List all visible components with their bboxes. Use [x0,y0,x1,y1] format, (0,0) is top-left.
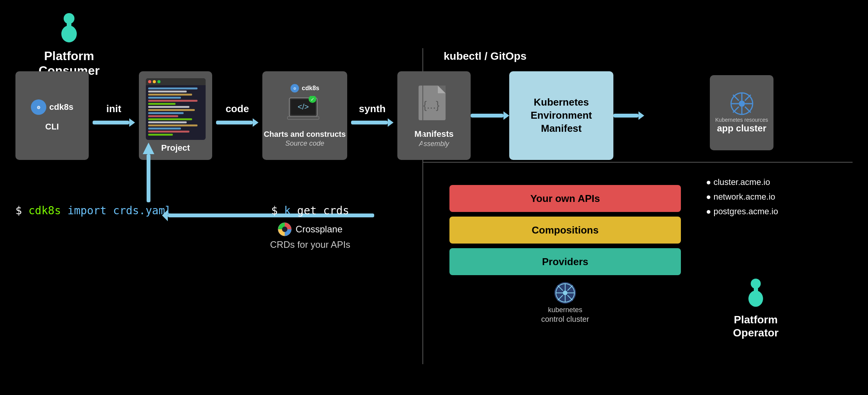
svg-marker-41 [162,210,168,221]
arrow-code-text: code [226,103,249,115]
platform-consumer: Platform Consumer [39,12,100,78]
kubernetes-text: kubernetes [548,306,582,314]
svg-line-35 [745,107,751,113]
svg-rect-38 [147,154,150,202]
charts-sublabel: Source code [285,140,324,148]
bullet-item-2: ● network.acme.io [706,192,778,202]
editor-line [148,109,195,111]
editor-line [148,112,184,114]
arrow-init-text: init [106,103,122,115]
arrow-synth-text: synth [359,103,385,115]
editor-line [148,118,192,120]
svg-rect-26 [613,114,638,118]
crossplane-label: Crossplane [296,224,342,235]
editor-line [148,97,181,99]
cdk8s-logo-icon: ⚙ [31,99,46,115]
svg-marker-39 [143,143,154,154]
cdk8s-text-charts: cdk8s [302,85,319,92]
arrow-app-cluster-svg [613,109,644,122]
svg-rect-17 [287,116,319,119]
app-cluster-label: app cluster [717,123,766,134]
manifests-box: {...} Manifests Assembly [397,71,471,160]
manifests-file-icon: {...} [417,84,451,126]
editor-line [148,100,198,102]
svg-marker-9 [253,118,258,127]
project-label: Project [161,143,190,153]
svg-marker-7 [129,118,135,127]
svg-text:{...}: {...} [423,99,439,111]
kubernetes-icon-area: kubernetes control cluster [541,281,589,324]
svg-rect-6 [93,121,129,124]
arrow-to-k8s-svg [471,109,509,122]
person-consumer-icon [57,12,81,46]
cmd-k: k [284,204,291,217]
up-arrow-svg [143,143,154,204]
cdk8s-logo-charts: ⚙ cdk8s [290,84,319,93]
editor-bar [146,78,206,85]
k8s-wheel-icon [730,92,753,115]
your-own-apis-bar: Your own APIs [449,185,681,212]
editor-line [148,106,189,108]
svg-rect-2 [67,23,71,29]
editor-line [148,91,187,92]
svg-text:⚙: ⚙ [293,87,296,91]
cli-box: ⚙ cdk8s CLI [15,71,89,160]
control-cluster-inner: Your own APIs Compositions Providers [430,170,700,331]
crds-label: CRDs for your APIs [270,239,350,250]
editor-line [148,128,181,129]
cdk8s-text-cli: cdk8s [49,102,73,112]
cli-label: CLI [45,122,59,132]
svg-point-29 [739,101,745,107]
cdk8s-logo-cli: ⚙ cdk8s [31,99,73,115]
svg-point-0 [64,13,74,24]
arrow-to-app-cluster [613,109,644,122]
horizontal-divider [422,162,853,163]
cmd-cdk8s-import: cdk8s [29,204,61,217]
editor-line [148,134,173,136]
platform-operator: Platform Operator [733,277,778,339]
svg-rect-57 [754,288,758,293]
arrow-code: code [212,103,262,129]
editor-line [148,121,187,123]
arrow-synth: synth [347,103,397,129]
svg-text:✓: ✓ [311,97,314,102]
charts-label: Charts and constructs [264,130,346,139]
arrow-init-svg [93,116,135,129]
svg-line-37 [733,107,739,113]
charts-box: ⚙ cdk8s </> ✓ Charts and constructs Sour… [262,71,347,160]
laptop-icon: </> ✓ [285,96,324,127]
control-cluster-text: control cluster [541,315,589,324]
svg-line-34 [733,95,739,101]
crossplane-logo-row: Crossplane [278,222,342,236]
editor-dot-green [157,80,160,83]
editor-line [148,103,176,105]
diagram-container: Platform Consumer ⚙ cdk8s CLI init [0,0,868,395]
control-cluster-box: Your own APIs Compositions Providers [449,185,681,275]
arrow-init: init [89,103,139,129]
editor-dot-yellow [153,80,156,83]
svg-marker-27 [638,111,644,120]
editor-lines [146,85,206,138]
svg-point-46 [563,291,567,295]
flow-row: ⚙ cdk8s CLI init [15,71,644,160]
arrow-to-k8s [471,109,509,122]
svg-text:</>: </> [298,103,309,111]
vertical-divider [422,48,423,364]
app-cluster-box: Kubernetes resources app cluster [710,75,773,150]
compositions-bar: Compositions [449,217,681,244]
cdk8s-icon-charts: ⚙ [290,84,299,93]
editor-line [148,94,192,96]
svg-text:⚙: ⚙ [37,105,41,110]
svg-line-36 [745,95,751,101]
cmd-dollar-import: $ [15,204,22,217]
k8s-manifest-box: Kubernetes Environment Manifest [509,71,613,160]
manifests-sublabel: Assembly [419,140,449,148]
svg-point-55 [751,279,761,289]
editor-line [148,87,198,89]
import-section: $ cdk8s import crds.yaml [15,204,172,217]
kubectl-label: kubectl / GitOps [444,50,527,62]
editor-line [148,131,189,133]
k8s-manifest-text: Kubernetes Environment Manifest [531,96,592,135]
project-editor [146,78,206,140]
svg-rect-18 [351,121,388,124]
